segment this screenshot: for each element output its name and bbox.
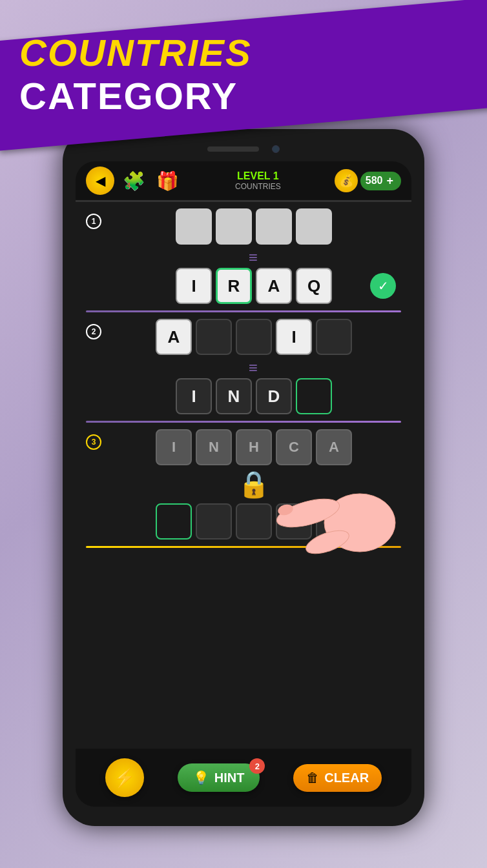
answer-blank [316, 319, 352, 355]
answer-tiles-3 [107, 503, 401, 540]
question-number-3: 3 [86, 434, 101, 450]
lock-area: 🔒 [107, 469, 401, 500]
question-number-2: 2 [86, 324, 101, 339]
answer-tile-i[interactable]: I [276, 319, 312, 355]
level-category: COUNTRIES [181, 182, 335, 191]
lightning-icon: ⚡ [113, 767, 136, 789]
question-row-3: 3 I N H C A 🔒 [86, 429, 401, 540]
letter-tile[interactable]: Q [296, 268, 332, 304]
answer-blank [276, 503, 312, 540]
divider-3 [86, 546, 401, 548]
question-row-2: 2 A I ≡ I N D [86, 319, 401, 414]
phone-top-bar [76, 142, 411, 156]
answer-blank [176, 208, 212, 245]
phone-camera [272, 145, 280, 153]
question-number-1: 1 [86, 214, 101, 229]
letter-tile[interactable]: R [216, 268, 252, 304]
add-coins-button[interactable]: + [386, 174, 393, 188]
answer-blank [256, 208, 292, 245]
check-mark-1: ✓ [370, 273, 396, 299]
puzzle-icon: 🧩 4 [119, 167, 148, 195]
banner: COUNTRIES CATEGORY [0, 0, 487, 151]
letter-tiles-2: I N D [107, 378, 401, 414]
hint-badge: 2 [249, 758, 265, 774]
game-area: 1 ≡ I R A Q ✓ [76, 202, 411, 744]
scrambled-tile: C [276, 429, 312, 465]
letter-tiles-1: I R A Q ✓ [107, 268, 401, 304]
bottom-toolbar: ⚡ 💡 HINT 2 🗑 CLEAR [76, 749, 411, 807]
divider-2 [86, 421, 401, 423]
phone-screen: ◀ 🧩 4 🎁 LEVEL 1 COUNTRIES 💰 580 + [76, 161, 411, 807]
letter-tile-n[interactable]: N [216, 378, 252, 414]
gift-icon: 🎁 [153, 167, 181, 195]
banner-rest: CATEGORY [19, 75, 238, 117]
hint-label: HINT [214, 771, 245, 785]
answer-blank [236, 503, 272, 540]
phone-frame: ◀ 🧩 4 🎁 LEVEL 1 COUNTRIES 💰 580 + [63, 129, 424, 826]
answer-tile-a[interactable]: A [156, 319, 192, 355]
hint-icon: 💡 [193, 770, 209, 785]
answer-tiles-2: A I [107, 319, 401, 355]
equals-sign-1: ≡ [107, 248, 401, 267]
letter-tile-i[interactable]: I [176, 378, 212, 414]
coin-icon: 💰 [335, 169, 358, 192]
game-header: ◀ 🧩 4 🎁 LEVEL 1 COUNTRIES 💰 580 + [76, 161, 411, 201]
clear-button[interactable]: 🗑 CLEAR [293, 764, 382, 792]
coins-bar: 580 + [360, 172, 401, 190]
back-icon: ◀ [96, 173, 105, 188]
answer-blank [316, 503, 352, 540]
answer-blank [196, 319, 232, 355]
trash-icon: 🗑 [306, 771, 319, 785]
header-left: ◀ 🧩 4 🎁 [86, 167, 181, 195]
answer-blank [236, 319, 272, 355]
answer-blank-green [296, 378, 332, 414]
banner-highlight: COUNTRIES [19, 32, 252, 74]
scrambled-tile: I [156, 429, 192, 465]
coins-area: 💰 580 + [335, 169, 401, 192]
hint-button[interactable]: 💡 HINT 2 [178, 763, 260, 792]
lightning-button[interactable]: ⚡ [105, 758, 144, 797]
letter-tile[interactable]: I [176, 268, 212, 304]
answer-tiles-1 [107, 208, 401, 245]
letter-tile[interactable]: A [256, 268, 292, 304]
back-button[interactable]: ◀ [86, 167, 114, 195]
clear-label: CLEAR [324, 771, 369, 785]
phone-speaker [207, 146, 259, 152]
coins-value: 580 [366, 175, 383, 187]
answer-blank [296, 208, 332, 245]
scrambled-tile: A [316, 429, 352, 465]
letter-tile-d[interactable]: D [256, 378, 292, 414]
scrambled-row-3: I N H C A [107, 429, 401, 465]
question-content-1: ≡ I R A Q ✓ [107, 208, 401, 304]
question-content-2: A I ≡ I N D [107, 319, 401, 414]
answer-blank-green [156, 503, 192, 540]
equals-sign-2: ≡ [107, 359, 401, 377]
level-info: LEVEL 1 COUNTRIES [181, 170, 335, 191]
answer-blank [196, 503, 232, 540]
level-number: LEVEL 1 [181, 170, 335, 182]
question-row-1: 1 ≡ I R A Q ✓ [86, 208, 401, 304]
lock-icon: 🔒 [238, 469, 270, 500]
scrambled-tile: N [196, 429, 232, 465]
question-content-3: I N H C A 🔒 [107, 429, 401, 540]
divider-1 [86, 310, 401, 312]
scrambled-tile: H [236, 429, 272, 465]
answer-blank [216, 208, 252, 245]
